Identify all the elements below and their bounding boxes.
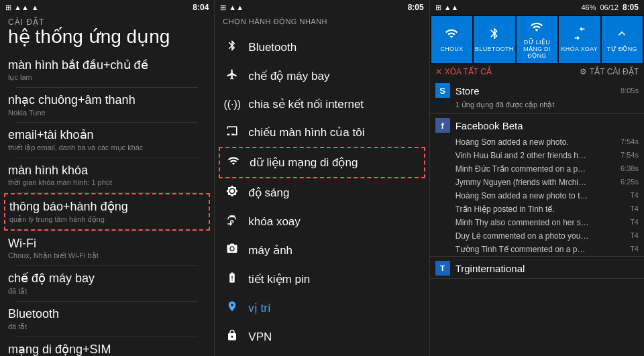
quick-actions-label: CHỌN HÀNH ĐỘNG NHANH	[223, 17, 421, 26]
status-bar-2: ⊞ ▲▲ 8:05	[215, 0, 429, 15]
settings-item-7[interactable]: Bluetooth đã tắt	[8, 302, 206, 337]
settings-button[interactable]: ⚙ TẮT CÀI ĐẶT	[580, 67, 639, 76]
settings-item-1[interactable]: nhạc chuông+âm thanh Nokia Tune	[8, 88, 206, 122]
notif-time-1-0: 7:54s	[621, 137, 639, 147]
quick-tile-2[interactable]: DỮ LIỆU MẠNG DI ĐỘNG	[517, 16, 557, 63]
settings-item-5[interactable]: Wi-Fi Choux, Nhận biết Wi-Fi bật	[8, 231, 206, 266]
notif-time-1-8: T4	[630, 245, 639, 254]
settings-item-3[interactable]: màn hình khóa thời gian khóa màn hình: 1…	[8, 158, 206, 193]
action-item-8[interactable]: tiết kiệm pin	[223, 265, 421, 294]
notif-text-1-6: Minh Thy also commented on her status.	[455, 218, 590, 227]
notif-item-1-3[interactable]: Jymmy Nguyen (friends with Mrchip Rom) s…	[430, 176, 644, 189]
notif-item-1-8[interactable]: Tường Tinh Tế commented on a photo you s…	[430, 243, 644, 256]
notif-text-1-1: Vinh Huu Bui and 2 other friends have bi…	[455, 151, 590, 160]
quick-tile-4[interactable]: TỰ ĐỘNG	[602, 16, 643, 63]
notif-item-1-2[interactable]: Minh Đức Trần commented on a photo you s…	[430, 162, 644, 176]
action-icon-2: ((·))	[223, 97, 241, 111]
signal2-icon: ▲	[32, 3, 39, 11]
action-item-2[interactable]: ((·)) chia sẻ kết nối internet	[223, 91, 421, 118]
action-label-2: chia sẻ kết nối internet	[248, 97, 364, 111]
clear-all-button[interactable]: ✕ XÓA TẤT CẢ	[435, 67, 492, 76]
notif-app-icon-0: S	[435, 83, 450, 98]
settings-item-8[interactable]: mạng di động+SIM không có SIM	[8, 337, 206, 356]
item-title-4: thông báo+hành động	[9, 200, 205, 215]
notif-text-1-7: Duy Lê commented on a photo you shared.	[455, 231, 590, 241]
notif-item-1-6[interactable]: Minh Thy also commented on her status. T…	[430, 216, 644, 229]
quick-tile-0[interactable]: CHOUX	[431, 16, 472, 63]
action-list: Bluetooth chế độ máy bay ((·)) chia sẻ k…	[215, 33, 429, 356]
notif-time-1-4: T4	[630, 191, 639, 200]
settings-item-0[interactable]: màn hình bắt đầu+chủ đề lục lam	[8, 53, 206, 88]
action-icon-10	[223, 329, 241, 345]
gear-icon: ⚙	[580, 67, 587, 76]
notif-header-1[interactable]: f Facebook Beta	[430, 114, 644, 135]
notif-item-1-5[interactable]: Trần Hiệp posted in Tinh tế. T4	[430, 202, 644, 216]
settings-label: TẮT CÀI ĐẶT	[590, 67, 639, 76]
action-icon-7	[223, 243, 241, 258]
action-label-7: máy ảnh	[248, 243, 292, 257]
notif-header-2[interactable]: T Trginternational	[430, 257, 644, 278]
notif-item-1-7[interactable]: Duy Lê commented on a photo you shared. …	[430, 229, 644, 243]
quick-tile-3[interactable]: KHÓA XOAY	[559, 16, 600, 63]
item-title-7: Bluetooth	[8, 307, 206, 322]
item-sub-0: lục lam	[8, 73, 206, 82]
wifi-icon-2: ⊞	[220, 3, 226, 12]
time-3: 8:05	[623, 3, 639, 12]
action-label-6: khóa xoay	[248, 215, 301, 229]
action-icon-5	[223, 185, 241, 200]
time-2: 8:05	[408, 3, 424, 12]
notif-item-1-0[interactable]: Hoàng Sơn added a new photo. 7:54s	[430, 135, 644, 149]
action-item-6[interactable]: khóa xoay	[223, 207, 421, 236]
battery-level: 46%	[581, 3, 596, 11]
notif-app-icon-1: f	[435, 118, 450, 133]
action-label-5: độ sáng	[248, 186, 289, 200]
settings-item-6[interactable]: chế độ máy bay đã tắt	[8, 266, 206, 301]
tile-label-4: TỰ ĐỘNG	[607, 46, 637, 52]
action-item-4[interactable]: dữ liệu mạng di động	[219, 147, 425, 178]
settings-item-4[interactable]: thông báo+hành động quản lý trung tâm hà…	[4, 193, 210, 231]
action-item-11[interactable]: Wi-Fi	[223, 351, 421, 356]
tile-icon-0	[445, 27, 458, 44]
date: 06/12	[600, 3, 619, 11]
quick-tile-1[interactable]: BLUETOOTH	[474, 16, 515, 63]
item-sub-4: quản lý trung tâm hành động	[9, 215, 205, 224]
item-sub-3: thời gian khóa màn hình: 1 phút	[8, 178, 206, 187]
settings-item-2[interactable]: email+tài khoản thiết lập email, danh ba…	[8, 123, 206, 158]
notif-header-0[interactable]: S Store 8:05s	[430, 79, 644, 101]
action-icon-8	[223, 272, 241, 287]
quick-tiles: CHOUX BLUETOOTH DỮ LIỆU MẠNG DI ĐỘNG KHÓ…	[430, 15, 644, 64]
notif-group-0: S Store 8:05s 1 ứng dụng đã được cập nhậ…	[430, 79, 644, 114]
wifi-icon-3: ⊞	[435, 3, 441, 12]
action-item-3[interactable]: chiếu màn hình của tôi	[223, 118, 421, 147]
action-item-9[interactable]: vị trí	[223, 294, 421, 322]
item-title-0: màn hình bắt đầu+chủ đề	[8, 58, 206, 73]
action-item-7[interactable]: máy ảnh	[223, 236, 421, 265]
action-icon-0	[223, 40, 241, 55]
item-title-5: Wi-Fi	[8, 237, 206, 251]
time-1: 8:04	[193, 3, 209, 12]
signal-icon-2: ▲▲	[229, 3, 244, 11]
clear-label: XÓA TẤT CẢ	[445, 67, 492, 76]
action-item-5[interactable]: độ sáng	[223, 178, 421, 207]
p1-header: CÀI ĐẶT hệ thống ứng dụng	[0, 15, 214, 53]
item-sub-1: Nokia Tune	[8, 109, 206, 117]
notif-summary-time-0: 8:05s	[621, 86, 639, 95]
notif-time-1-2: 6:38s	[621, 164, 639, 174]
notification-toolbar: ✕ XÓA TẤT CẢ ⚙ TẮT CÀI ĐẶT	[430, 64, 644, 79]
item-sub-6: đã tắt	[8, 287, 206, 296]
notif-time-1-5: T4	[630, 204, 639, 214]
notif-app-name-0: Store	[455, 85, 615, 97]
notif-group-1: f Facebook Beta Hoàng Sơn added a new ph…	[430, 114, 644, 257]
trg-icon: T	[435, 261, 450, 276]
action-label-0: Bluetooth	[248, 41, 297, 54]
notif-time-1-3: 6:25s	[621, 178, 639, 187]
action-item-0[interactable]: Bluetooth	[223, 33, 421, 62]
action-label-9: vị trí	[248, 301, 270, 315]
notif-item-1-4[interactable]: Hoàng Sơn added a new photo to the album…	[430, 189, 644, 202]
notif-item-1-1[interactable]: Vinh Huu Bui and 2 other friends have bi…	[430, 149, 644, 162]
action-label-3: chiếu màn hình của tôi	[248, 125, 364, 139]
item-sub-5: Choux, Nhận biết Wi-Fi bật	[8, 251, 206, 260]
settings-menu-list: màn hình bắt đầu+chủ đề lục lam nhạc chu…	[0, 53, 214, 356]
action-item-10[interactable]: VPN	[223, 322, 421, 351]
action-item-1[interactable]: chế độ máy bay	[223, 62, 421, 91]
